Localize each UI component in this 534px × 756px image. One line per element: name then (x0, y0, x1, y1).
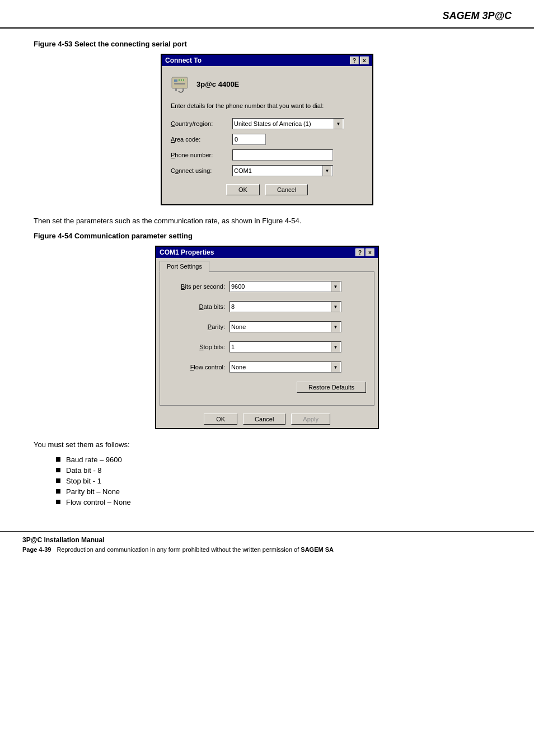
data-bits-row: Data bits: 8 ▼ (168, 301, 366, 312)
dialog1-ok-button[interactable]: OK (226, 184, 260, 195)
phone-number-label: Phone number: (171, 152, 232, 158)
flow-control-label: Flow control: (168, 364, 229, 370)
flow-control-select[interactable]: None ▼ (229, 361, 341, 373)
bits-select-arrow[interactable]: ▼ (331, 281, 340, 292)
bits-per-second-row: Bits per second: 9600 ▼ (168, 281, 366, 292)
bits-select[interactable]: 9600 ▼ (229, 281, 341, 292)
svg-rect-7 (182, 88, 184, 91)
connect-to-dialog: Connect To ? × (161, 54, 373, 205)
dialog2-buttons: OK Cancel Apply (156, 414, 378, 428)
data-bits-select-arrow[interactable]: ▼ (331, 302, 340, 312)
dialog1-cancel-button[interactable]: Cancel (265, 184, 308, 195)
bullet-list: Baud rate – 9600 Data bit - 8 Stop bit -… (56, 456, 500, 506)
flow-control-select-value: None (231, 364, 331, 370)
country-select-value: United States of America (1) (234, 120, 334, 127)
dialog2-tab-content: Bits per second: 9600 ▼ Data bits: 8 ▼ (160, 271, 374, 406)
dialog2-titlebar: COM1 Properties ? × (156, 247, 378, 258)
bullet-icon-2 (56, 478, 60, 483)
dialog1-description: Enter details for the phone number that … (171, 102, 363, 110)
flow-control-select-arrow[interactable]: ▼ (331, 362, 340, 372)
parity-select-arrow[interactable]: ▼ (331, 322, 340, 332)
bullet-item-4: Flow control – None (56, 498, 500, 506)
svg-rect-1 (174, 79, 177, 82)
bits-select-value: 9600 (231, 283, 331, 290)
figure1-caption: Figure 4-53 Select the connecting serial… (34, 40, 500, 48)
connect-using-select-value: COM1 (234, 167, 322, 174)
dialog1-title: Connect To (165, 57, 202, 64)
bullet-item-2: Stop bit - 1 (56, 477, 500, 485)
dialog1-body: 3p@c 4400E Enter details for the phone n… (162, 66, 372, 204)
dialog1-icon-row: 3p@c 4400E (171, 74, 363, 94)
dialog2-apply-button[interactable]: Apply (291, 414, 330, 425)
figure2-caption: Figure 4-54 Communication parameter sett… (34, 232, 500, 240)
connect-using-select[interactable]: COM1 ▼ (232, 165, 333, 176)
footer-bottom: Page 4-39 Reproduction and communication… (22, 546, 512, 553)
country-select[interactable]: United States of America (1) ▼ (232, 118, 344, 129)
dialog1-product-name: 3p@c 4400E (196, 80, 239, 88)
bullet-icon-3 (56, 489, 60, 494)
bullet-icon-4 (56, 500, 60, 504)
footer-copyright: Reproduction and communication in any fo… (57, 546, 334, 553)
dialog2-ok-button[interactable]: OK (204, 414, 237, 425)
page-header: SAGEM 3P@C (0, 0, 534, 29)
com1-properties-dialog: COM1 Properties ? × Port Settings Bits p… (155, 246, 379, 429)
footer-page: Page 4-39 (22, 546, 51, 553)
country-select-arrow[interactable]: ▼ (334, 119, 343, 129)
bullet-item-1: Data bit - 8 (56, 466, 500, 475)
connect-using-row: Connect using: COM1 ▼ (171, 165, 363, 176)
country-label: Country/region: (171, 120, 232, 127)
bullet-text-0: Baud rate – 9600 (66, 456, 122, 464)
footer-manual: 3P@C Installation Manual (22, 536, 512, 544)
data-bits-select-value: 8 (231, 303, 331, 310)
dialog2-title: COM1 Properties (160, 248, 214, 256)
dialog2-cancel-button[interactable]: Cancel (243, 414, 285, 425)
connect-using-label: Connect using: (171, 167, 232, 174)
svg-rect-5 (174, 83, 185, 84)
dialog2-tab-bar: Port Settings (156, 258, 378, 271)
bits-label: Bits per second: (168, 283, 229, 290)
page-content: Figure 4-53 Select the connecting serial… (0, 34, 534, 520)
bullet-icon-1 (56, 468, 60, 472)
footer-sagem: SAGEM SA (301, 546, 334, 553)
page-footer: 3P@C Installation Manual Page 4-39 Repro… (0, 531, 534, 557)
svg-rect-2 (179, 79, 180, 81)
dialog2-help-btn[interactable]: ? (355, 248, 364, 256)
paragraph2: You must set them as follows: (34, 440, 500, 449)
bullet-item-3: Parity bit – None (56, 487, 500, 496)
area-code-input[interactable] (232, 134, 266, 145)
dialog2-close-btn[interactable]: × (366, 248, 374, 256)
restore-btn-row: Restore Defaults (168, 382, 366, 393)
bullet-text-3: Parity bit – None (66, 487, 120, 496)
parity-label: Parity: (168, 323, 229, 330)
stop-bits-select[interactable]: 1 ▼ (229, 341, 341, 353)
page-title: SAGEM 3P@C (442, 10, 512, 22)
stop-bits-label: Stop bits: (168, 344, 229, 350)
connect-using-select-arrow[interactable]: ▼ (322, 166, 331, 176)
restore-defaults-button[interactable]: Restore Defaults (297, 382, 366, 393)
svg-rect-6 (175, 88, 177, 91)
svg-rect-3 (181, 79, 182, 81)
bullet-item-0: Baud rate – 9600 (56, 456, 500, 464)
stop-bits-select-value: 1 (231, 344, 331, 350)
area-code-label: Area code: (171, 136, 232, 143)
parity-select[interactable]: None ▼ (229, 321, 341, 332)
country-row: Country/region: United States of America… (171, 118, 363, 129)
data-bits-label: Data bits: (168, 303, 229, 310)
svg-rect-4 (183, 79, 184, 81)
dialog1-title-buttons: ? × (350, 57, 369, 64)
dialog1-buttons: OK Cancel (171, 184, 363, 199)
port-settings-tab[interactable]: Port Settings (160, 261, 209, 272)
dialog1-help-btn[interactable]: ? (350, 57, 359, 64)
flow-control-row: Flow control: None ▼ (168, 361, 366, 373)
phone-number-row: Phone number: (171, 149, 363, 161)
dialog1-titlebar: Connect To ? × (162, 55, 372, 66)
data-bits-select[interactable]: 8 ▼ (229, 301, 341, 312)
paragraph1: Then set the parameters such as the comm… (34, 217, 500, 225)
dialog1-close-btn[interactable]: × (360, 57, 369, 64)
parity-row: Parity: None ▼ (168, 321, 366, 332)
stop-bits-row: Stop bits: 1 ▼ (168, 341, 366, 353)
bullet-text-4: Flow control – None (66, 498, 131, 506)
bullet-icon-0 (56, 457, 60, 462)
stop-bits-select-arrow[interactable]: ▼ (331, 342, 340, 352)
phone-number-input[interactable] (232, 149, 333, 161)
